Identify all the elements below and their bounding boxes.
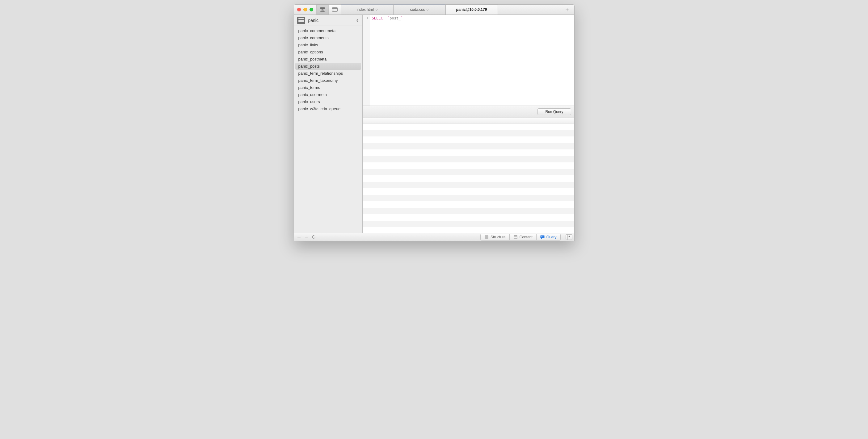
- modified-indicator-icon: [376, 9, 377, 10]
- tab-coda-css[interactable]: coda.css: [394, 5, 446, 14]
- refresh-button[interactable]: [311, 234, 317, 240]
- remove-button[interactable]: [303, 234, 310, 240]
- titlebar: index.html coda.css panic@10.0.0.179 ＋: [294, 5, 574, 15]
- add-tab-area: ＋: [498, 5, 574, 14]
- table-item[interactable]: panic_terms: [295, 84, 361, 91]
- toggle-sidebar-button[interactable]: [566, 234, 572, 240]
- table-row[interactable]: [363, 149, 574, 156]
- add-button[interactable]: [296, 234, 302, 240]
- minimize-window-button[interactable]: [303, 8, 307, 11]
- svg-rect-11: [514, 236, 517, 236]
- table-row[interactable]: [363, 169, 574, 175]
- table-row[interactable]: [363, 156, 574, 162]
- table-row[interactable]: [363, 195, 574, 201]
- window-controls: [294, 5, 316, 14]
- tab-label: coda.css: [410, 7, 425, 12]
- tab-label: index.html: [357, 7, 374, 12]
- sql-editor[interactable]: 1 SELECT `post_`: [363, 15, 574, 106]
- table-row[interactable]: [363, 162, 574, 169]
- structure-label: Structure: [491, 235, 506, 239]
- table-item[interactable]: panic_commentmeta: [295, 27, 361, 34]
- tab-panic-connection[interactable]: panic@10.0.0.179: [446, 5, 498, 14]
- preview-mode-button[interactable]: [317, 5, 329, 14]
- content-icon: [514, 235, 518, 239]
- sort-chevron-icon: ▲▼: [355, 19, 359, 22]
- query-icon: [540, 235, 545, 239]
- table-item-selected[interactable]: panic_posts: [295, 63, 361, 70]
- content-label: Content: [520, 235, 532, 239]
- table-row[interactable]: [363, 136, 574, 143]
- results-header[interactable]: [363, 118, 574, 124]
- content-view-button[interactable]: Content: [510, 234, 536, 240]
- table-row[interactable]: [363, 182, 574, 188]
- tab-label: panic@10.0.0.179: [456, 7, 487, 12]
- run-bar: Run Query: [363, 106, 574, 118]
- content-pane: 1 SELECT `post_` Run Query: [363, 15, 574, 233]
- query-label: Query: [547, 235, 557, 239]
- results-column-header[interactable]: [363, 118, 398, 123]
- editor-gutter: 1: [363, 15, 370, 106]
- main-split: panic ▲▼ panic_commentmeta panic_comment…: [294, 15, 574, 233]
- table-item[interactable]: panic_w3tc_cdn_queue: [295, 105, 361, 112]
- footer-bar: Structure Content Query: [294, 233, 574, 241]
- table-item[interactable]: panic_options: [295, 48, 361, 56]
- structure-icon: [484, 235, 489, 239]
- results-table[interactable]: [363, 124, 574, 233]
- table-item[interactable]: panic_usermeta: [295, 91, 361, 98]
- database-name: panic: [308, 18, 352, 23]
- table-row[interactable]: [363, 208, 574, 214]
- table-item[interactable]: panic_users: [295, 98, 361, 105]
- browser-icon: [320, 7, 325, 12]
- tabbar: index.html coda.css panic@10.0.0.179 ＋: [341, 5, 574, 14]
- svg-rect-7: [485, 236, 488, 239]
- svg-rect-12: [540, 235, 544, 238]
- svg-rect-1: [320, 8, 325, 9]
- query-view-button[interactable]: Query: [536, 234, 560, 240]
- table-row[interactable]: [363, 201, 574, 208]
- view-selector: Structure Content Query: [480, 234, 560, 240]
- table-row[interactable]: [363, 214, 574, 221]
- table-item[interactable]: panic_comments: [295, 34, 361, 41]
- editor-mode-button[interactable]: [329, 5, 341, 14]
- table-row[interactable]: [363, 143, 574, 149]
- app-window: index.html coda.css panic@10.0.0.179 ＋: [294, 4, 575, 241]
- line-number: 1: [363, 16, 369, 20]
- table-row[interactable]: [363, 188, 574, 195]
- refresh-icon: [312, 235, 316, 239]
- table-item[interactable]: panic_term_taxonomy: [295, 77, 361, 84]
- run-query-button[interactable]: Run Query: [537, 108, 571, 115]
- add-tab-button[interactable]: ＋: [564, 6, 570, 13]
- table-row[interactable]: [363, 130, 574, 136]
- structure-view-button[interactable]: Structure: [480, 234, 510, 240]
- zoom-window-button[interactable]: [310, 8, 313, 11]
- svg-line-3: [323, 10, 324, 11]
- sidebar: panic ▲▼ panic_commentmeta panic_comment…: [294, 15, 363, 233]
- close-window-button[interactable]: [297, 8, 301, 11]
- svg-rect-5: [332, 8, 338, 9]
- minus-icon: [305, 235, 308, 239]
- table-list: panic_commentmeta panic_comments panic_l…: [294, 26, 362, 233]
- view-mode-segment: [316, 5, 341, 14]
- table-row[interactable]: [363, 221, 574, 227]
- plus-icon: [297, 235, 301, 239]
- editor-text[interactable]: SELECT `post_`: [370, 15, 574, 106]
- table-row[interactable]: [363, 227, 574, 233]
- table-item[interactable]: panic_links: [295, 41, 361, 48]
- modified-indicator-icon: [427, 9, 428, 10]
- tab-index-html[interactable]: index.html: [341, 5, 394, 14]
- table-row[interactable]: [363, 175, 574, 182]
- table-row[interactable]: [363, 124, 574, 130]
- table-item[interactable]: panic_term_relationships: [295, 70, 361, 77]
- panel-icon: [332, 7, 338, 12]
- database-icon: [297, 17, 305, 24]
- table-item[interactable]: panic_postmeta: [295, 56, 361, 63]
- database-selector[interactable]: panic ▲▼: [294, 15, 362, 26]
